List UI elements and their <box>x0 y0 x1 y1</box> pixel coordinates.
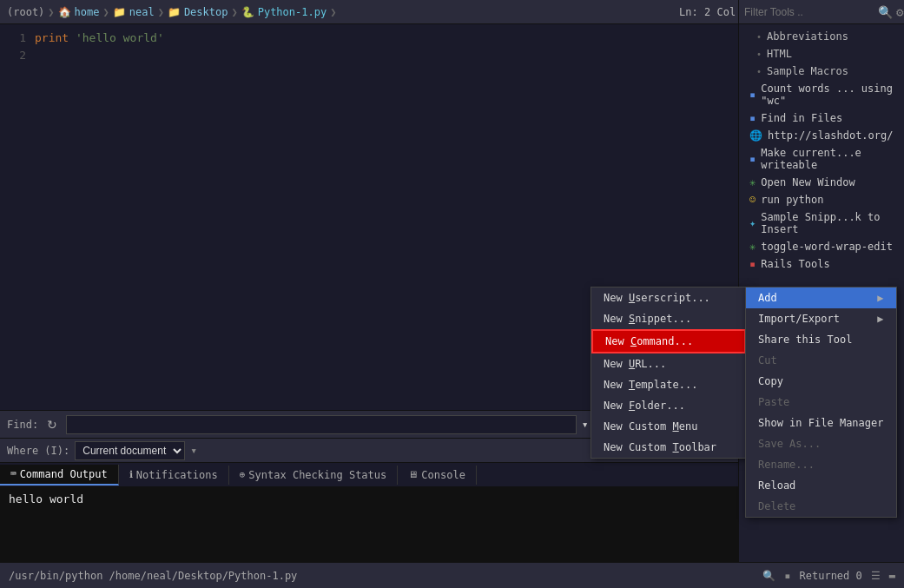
ctx-paste: Paste <box>746 392 896 413</box>
ctx-new-snippet[interactable]: New Snippet... <box>591 308 746 329</box>
tool-rails[interactable]: ▪ Rails Tools <box>739 255 904 273</box>
ctx-new-template[interactable]: New Template... <box>591 374 746 395</box>
url-icon: 🌐 <box>749 129 762 142</box>
tab-console[interactable]: 🖥 Console <box>398 466 477 485</box>
tool-label: toggle-word-wrap-edit <box>761 241 893 253</box>
line-number: 2 <box>0 47 35 64</box>
ctx-new-folder[interactable]: New Folder... <box>591 395 746 416</box>
console-icon: 🖥 <box>408 469 418 480</box>
tab-notifications[interactable]: ℹ Notifications <box>119 466 229 485</box>
tool-label: Make current...e writeable <box>761 147 894 171</box>
find-dropdown-arrow[interactable]: ▾ <box>582 418 589 431</box>
settings-icon[interactable]: ⚙ <box>896 5 903 19</box>
tab-command-output[interactable]: ⌨ Command Output <box>0 465 119 486</box>
rails-icon: ▪ <box>749 258 756 270</box>
tool-html[interactable]: • HTML <box>739 45 904 63</box>
where-arrow[interactable]: ▾ <box>190 444 197 457</box>
tool-make-writeable[interactable]: ▪ Make current...e writeable <box>739 144 904 174</box>
editor-content[interactable]: 1 print 'hello world' 2 <box>0 24 738 69</box>
breadcrumb-sep4: ❯ <box>231 6 237 18</box>
menu-icon[interactable]: ☰ <box>871 570 881 582</box>
tool-label: http://slashdot.org/ <box>768 129 894 142</box>
cmd-icon: ▪ <box>749 153 756 165</box>
tool-sample-macros[interactable]: • Sample Macros <box>739 63 904 80</box>
add-label: Add <box>758 292 777 304</box>
tool-label: HTML <box>767 48 792 60</box>
bullet-icon: • <box>756 67 762 76</box>
check-icon: ⊕ <box>240 469 246 480</box>
context-menu-main: New Userscript... New Snippet... New Com… <box>591 287 747 459</box>
ctx-import-export[interactable]: Import/Export ▶ <box>746 308 896 329</box>
ctx-copy[interactable]: Copy <box>746 371 896 392</box>
cmd-icon: ▪ <box>749 112 756 124</box>
tab-label: Notifications <box>136 469 218 481</box>
bullet-icon: • <box>756 32 762 42</box>
breadcrumb-file[interactable]: Python-1.py <box>258 6 327 18</box>
panel-tabs: ⌨ Command Output ℹ Notifications ⊕ Synta… <box>0 463 738 487</box>
ctx-rename: Rename... <box>746 454 896 475</box>
breadcrumb-sep5: ❯ <box>330 6 336 18</box>
ctx-new-userscript[interactable]: New Userscript... <box>591 287 746 308</box>
arrow-icon: ▶ <box>877 313 883 325</box>
ctx-reload[interactable]: Reload <box>746 475 896 496</box>
search-status-icon[interactable]: 🔍 <box>762 570 775 582</box>
tool-label: Open New Window <box>761 176 855 188</box>
find-input[interactable] <box>66 415 577 434</box>
tab-label: Command Output <box>20 468 108 480</box>
tool-label: Find in Files <box>761 112 842 124</box>
ctx-new-custom-toolbar[interactable]: New Custom Toolbar <box>591 437 746 458</box>
line-code: print 'hello world' <box>35 30 164 47</box>
breadcrumb-sep: ❯ <box>48 6 54 18</box>
context-menu-add: Add ▶ Import/Export ▶ Share this Tool Cu… <box>745 287 897 518</box>
tool-abbreviations[interactable]: • Abbreviations <box>739 28 904 45</box>
return-status: Returned 0 <box>800 570 862 582</box>
file-manager-icon[interactable]: ▪ <box>784 570 790 582</box>
tool-open-window[interactable]: ✳ Open New Window <box>739 174 904 191</box>
editor-line-1: 1 print 'hello world' <box>0 30 738 47</box>
tab-syntax-checking[interactable]: ⊕ Syntax Checking Status <box>229 466 399 485</box>
where-label: Where (I): <box>7 445 69 457</box>
breadcrumb-desktop[interactable]: Desktop <box>184 6 228 18</box>
arrow-icon: ▶ <box>877 292 883 304</box>
filter-input[interactable] <box>744 6 874 18</box>
tool-label: Rails Tools <box>761 258 829 270</box>
tool-label: Sample Snipp...k to Insert <box>761 211 894 235</box>
breadcrumb-sep3: ❯ <box>158 6 164 18</box>
tool-toggle-wrap[interactable]: ✳ toggle-word-wrap-edit <box>739 238 904 255</box>
tool-count-words[interactable]: ▪ Count words ... using "wc" <box>739 80 904 109</box>
tool-run-python[interactable]: ☺ run python <box>739 191 904 208</box>
ctx-add[interactable]: Add ▶ <box>746 287 896 308</box>
tool-slashdot[interactable]: 🌐 http://slashdot.org/ <box>739 127 904 144</box>
breadcrumb-file-icon: 🐍 <box>241 6 254 18</box>
status-path: /usr/bin/python /home/neal/Desktop/Pytho… <box>9 570 754 582</box>
find-label: Find: <box>7 419 38 431</box>
ctx-new-command[interactable]: New Command... <box>591 329 746 353</box>
breadcrumb-home[interactable]: home <box>75 6 100 18</box>
editor-line-2: 2 <box>0 47 738 64</box>
breadcrumb-folder-icon2: 📁 <box>113 6 126 18</box>
ctx-delete: Delete <box>746 496 896 517</box>
breadcrumb-neal[interactable]: neal <box>129 6 155 18</box>
script-icon: ☺ <box>749 194 756 206</box>
search-icon[interactable]: 🔍 <box>878 5 893 19</box>
cmd-icon: ▪ <box>749 89 756 101</box>
info-icon: ℹ <box>129 469 133 480</box>
breadcrumb-folder-icon: 🏠 <box>58 6 71 18</box>
tool-sample-snippet[interactable]: ✦ Sample Snipp...k to Insert <box>739 208 904 238</box>
tool-find-files[interactable]: ▪ Find in Files <box>739 109 904 127</box>
ctx-new-custom-menu[interactable]: New Custom Menu <box>591 416 746 437</box>
ctx-share-tool[interactable]: Share this Tool <box>746 329 896 350</box>
ctx-new-url[interactable]: New URL... <box>591 353 746 374</box>
breadcrumb-root[interactable]: (root) <box>7 6 44 18</box>
breadcrumb: (root) ❯ 🏠 home ❯ 📁 neal ❯ 📁 Desktop ❯ 🐍… <box>7 6 679 18</box>
where-select[interactable]: Current document <box>75 441 185 460</box>
terminal-icon: ⌨ <box>10 468 16 479</box>
tab-label: Console <box>421 469 465 481</box>
tool-label: Count words ... using "wc" <box>761 83 894 107</box>
tool-label: Sample Macros <box>767 65 848 77</box>
panel-toggle-icon[interactable]: ▬ <box>889 570 895 582</box>
bullet-icon: • <box>756 50 762 59</box>
find-refresh-button[interactable]: ↻ <box>43 416 61 433</box>
ctx-show-file-manager[interactable]: Show in File Manager <box>746 413 896 433</box>
breadcrumb-sep2: ❯ <box>103 6 109 18</box>
